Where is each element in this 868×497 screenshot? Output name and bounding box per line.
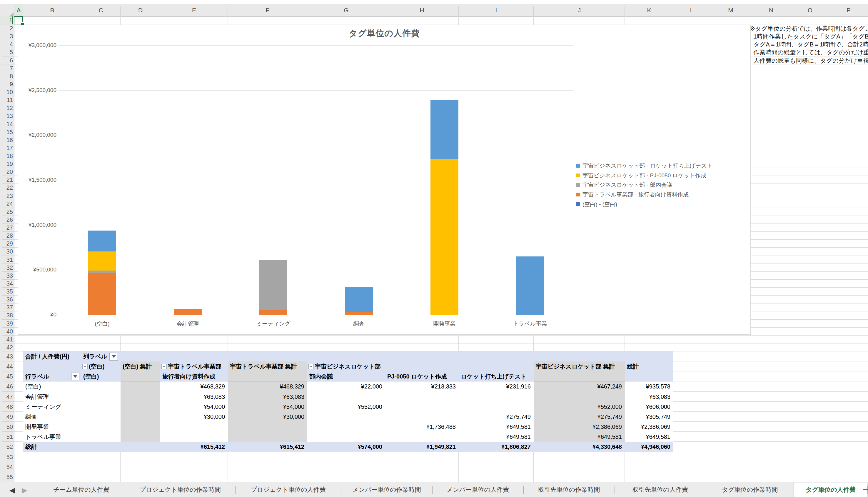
legend-label: (空白) - (空白) <box>582 201 617 208</box>
note-cell[interactable]: 作業時間の総量としては、タグの分だけ重 <box>750 48 868 56</box>
x-axis-category-label: 会計管理 <box>145 320 231 328</box>
column-chart[interactable]: タグ単位の人件費 ¥3,000,000¥2,500,000¥2,000,000¥… <box>18 25 751 335</box>
chart-gridline-¥0 <box>59 315 573 315</box>
note-cell[interactable]: ※タグ単位の分析では、作業時間は各タグご <box>750 25 868 32</box>
bar-segment[interactable] <box>88 230 116 252</box>
legend-swatch-icon <box>576 173 580 178</box>
sheet-tab-5[interactable]: メンバー単位の人件費 <box>432 483 523 497</box>
pivot-row-label-cell[interactable]: 調査 <box>23 412 81 422</box>
bar-segment[interactable] <box>345 287 373 312</box>
pivot-value-cell[interactable]: ¥54,000 <box>160 402 228 412</box>
chart-gridline-¥1,000,000 <box>59 225 573 225</box>
note-cell[interactable]: 人件費の総量も同様に、タグの分だけ重複 <box>750 56 868 65</box>
sheet-tab-7[interactable]: 取引先単位の人件費 <box>614 483 706 497</box>
pivot-row-label-cell[interactable]: 開発事業 <box>23 422 81 432</box>
bar-segment[interactable] <box>88 271 116 273</box>
pivot-value-cell[interactable]: ¥649,581 <box>625 432 673 442</box>
active-cell-selection <box>14 16 23 25</box>
pivot-value-cell[interactable]: ¥305,749 <box>625 412 673 422</box>
pivot-value-cell[interactable]: ¥606,000 <box>625 402 673 412</box>
pivot-value-cell[interactable]: ¥552,000 <box>307 402 385 412</box>
pivot-leaf-header[interactable]: 部内会議 <box>307 371 385 381</box>
pivot-value-cell[interactable]: ¥213,333 <box>385 381 459 392</box>
collapse-button[interactable]: − <box>308 364 314 369</box>
bar-segment[interactable] <box>88 273 116 315</box>
fill-handle[interactable] <box>21 22 24 26</box>
sheet-tab-8[interactable]: タグ単位の作業時間 <box>706 483 794 497</box>
sheet-tab-9[interactable]: タグ単位の人件費 <box>794 483 867 497</box>
sheet-tab-2[interactable]: プロジェクト単位の作業時間 <box>125 483 235 497</box>
pivot-group-header[interactable]: 宇宙トラベル事業部 集計 <box>228 361 307 371</box>
bar-segment[interactable] <box>259 260 287 310</box>
pivot-value-cell[interactable]: ¥22,000 <box>307 381 385 392</box>
pivot-value-cell[interactable]: ¥649,581 <box>534 432 625 442</box>
pivot-value-cell[interactable]: ¥552,000 <box>534 402 625 412</box>
pivot-value-cell[interactable]: ¥649,581 <box>459 432 534 442</box>
x-axis-category-label: トラベル事業 <box>487 320 573 328</box>
pivot-leaf-header[interactable]: PJ-0050 ロケット作成 <box>385 371 459 381</box>
bar-segment[interactable] <box>345 312 373 315</box>
collapse-button[interactable]: − <box>161 364 167 369</box>
tab-overflow-indicator <box>863 489 868 490</box>
pivot-row-label-cell[interactable]: トラベル事業 <box>23 432 81 442</box>
pivot-group-header[interactable]: (空白) 集計 <box>120 361 160 371</box>
pivot-grand-total-value[interactable]: ¥1,949,821 <box>385 442 459 452</box>
pivot-measure-label[interactable]: 合計 / 人件費(円) <box>23 352 81 361</box>
pivot-value-cell[interactable]: ¥30,000 <box>160 412 228 422</box>
pivot-leaf-header[interactable]: (空白) <box>81 371 120 381</box>
pivot-group-header[interactable]: 宇宙ビジネスロケット部 集計 <box>534 361 625 371</box>
legend-swatch-icon <box>576 164 580 168</box>
pivot-value-cell[interactable]: ¥468,329 <box>228 381 307 392</box>
pivot-row-label-cell[interactable]: ミーティング <box>23 402 81 412</box>
pivot-value-cell[interactable]: ¥275,749 <box>459 412 534 422</box>
pivot-grand-total-label[interactable]: 総計 <box>23 442 81 452</box>
pivot-grand-total-value[interactable]: ¥1,806,827 <box>459 442 534 452</box>
pivot-value-cell[interactable]: ¥63,083 <box>228 392 307 402</box>
pivot-value-cell[interactable]: ¥63,083 <box>160 392 228 402</box>
pivot-value-cell[interactable]: ¥649,581 <box>459 422 534 432</box>
pivot-value-cell[interactable]: ¥467,249 <box>534 381 625 392</box>
prev-sheet-arrow-icon[interactable]: ◀ <box>10 486 15 494</box>
bar-segment[interactable] <box>88 252 116 271</box>
bar-segment[interactable] <box>174 309 202 315</box>
sheet-tab-1[interactable]: チーム単位の人件費 <box>38 483 125 497</box>
pivot-row-label-cell[interactable]: (空白) <box>23 381 81 392</box>
pivot-value-cell[interactable]: ¥54,000 <box>228 402 307 412</box>
pivot-value-cell[interactable]: ¥231,916 <box>459 381 534 392</box>
sheet-tab-4[interactable]: メンバー単位の作業時間 <box>341 483 432 497</box>
bar-segment[interactable] <box>516 256 544 315</box>
pivot-grand-total-value[interactable]: ¥615,412 <box>228 442 307 452</box>
pivot-value-cell[interactable]: ¥2,386,069 <box>534 422 625 432</box>
pivot-row-label-cell[interactable]: 会計管理 <box>23 392 81 402</box>
y-axis-tick-label: ¥0 <box>18 311 56 318</box>
legend-swatch-icon <box>576 183 580 187</box>
pivot-value-cell[interactable]: ¥468,329 <box>160 381 228 392</box>
column-label-filter-button[interactable] <box>110 353 118 360</box>
sheet-tab-6[interactable]: 取引先単位の作業時間 <box>523 483 614 497</box>
row-label-filter-button[interactable] <box>71 373 79 380</box>
y-axis-tick-label: ¥3,000,000 <box>18 42 56 48</box>
pivot-grand-total-value[interactable]: ¥4,946,060 <box>625 442 673 452</box>
pivot-grand-total-value[interactable]: ¥574,000 <box>307 442 385 452</box>
pivot-value-cell[interactable]: ¥63,083 <box>625 392 673 402</box>
pivot-value-cell[interactable]: ¥935,578 <box>625 381 673 392</box>
bar-segment[interactable] <box>259 310 287 315</box>
next-sheet-arrow-icon[interactable]: ▶ <box>22 486 27 494</box>
note-cell[interactable]: 1時間作業したタスクに「タグA」「タグB <box>750 32 868 40</box>
pivot-leaf-header[interactable]: ロケット打ち上げテスト <box>459 371 534 381</box>
pivot-value-cell[interactable]: ¥30,000 <box>228 412 307 422</box>
pivot-group-header[interactable]: 総計 <box>625 361 673 371</box>
pivot-value-cell[interactable]: ¥2,386,069 <box>625 422 673 432</box>
note-cell[interactable]: タグA＝1時間、タグB＝1時間で、合計2時 <box>750 40 868 48</box>
pivot-value-cell[interactable]: ¥275,749 <box>534 412 625 422</box>
pivot-grand-total-value[interactable]: ¥615,412 <box>160 442 228 452</box>
pivot-group-header[interactable]: 宇宙ビジネスロケット部 <box>307 361 385 371</box>
bar-segment[interactable] <box>431 159 459 315</box>
bar-segment[interactable] <box>431 100 459 158</box>
pivot-value-cell[interactable]: ¥1,736,488 <box>385 422 459 432</box>
sheet-tab-3[interactable]: プロジェクト単位の人件費 <box>235 483 341 497</box>
pivot-grand-total-value[interactable]: ¥4,330,648 <box>534 442 625 452</box>
pivot-group-header[interactable]: 宇宙トラベル事業部 <box>160 361 228 371</box>
collapse-button[interactable]: − <box>82 364 88 369</box>
pivot-leaf-header[interactable]: 旅行者向け資料作成 <box>160 371 228 381</box>
